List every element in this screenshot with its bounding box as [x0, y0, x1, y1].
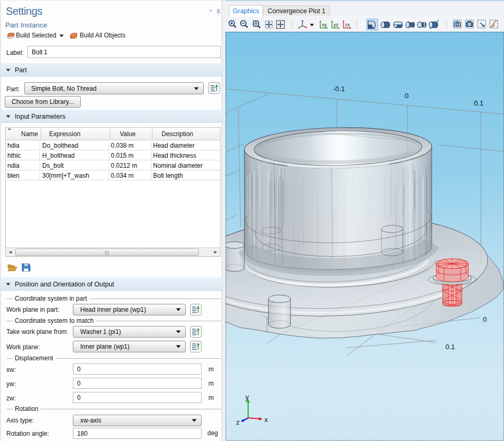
- svg-text:z: z: [236, 418, 240, 426]
- svg-text:0: 0: [483, 315, 487, 323]
- svg-text:0.1: 0.1: [474, 99, 483, 107]
- svg-text:y: y: [245, 393, 249, 401]
- svg-text:0.1: 0.1: [445, 343, 455, 351]
- svg-text:-0.1: -0.1: [333, 85, 345, 93]
- svg-text:yz: yz: [334, 22, 339, 27]
- svg-text:xy: xy: [322, 22, 327, 27]
- svg-text:zx: zx: [345, 22, 350, 27]
- svg-text:x: x: [264, 416, 268, 424]
- svg-text:0: 0: [405, 92, 408, 100]
